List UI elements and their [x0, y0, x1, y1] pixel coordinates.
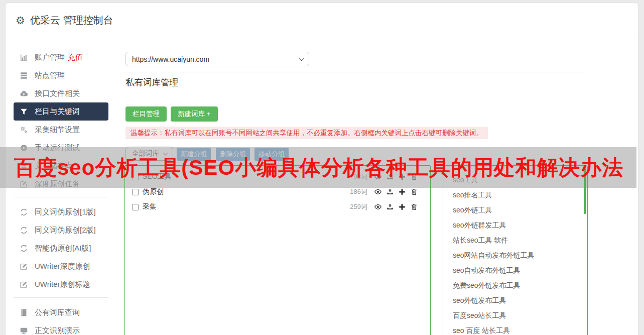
view-icon[interactable]: [374, 203, 382, 211]
bar-chart-icon: [20, 53, 28, 62]
keyword-item[interactable]: 免费seo外链发布工具: [453, 278, 587, 293]
keyword-item[interactable]: 百度seo站长工具: [453, 308, 587, 323]
sidebar-item-uwriter-deep[interactable]: UWriter深度原创: [14, 257, 108, 275]
sidebar-item-public-library[interactable]: 公有词库查询: [14, 303, 108, 321]
keyword-item[interactable]: seo外链群发工具: [453, 217, 587, 233]
cloud-upload-icon: [20, 89, 28, 98]
sidebar-item-columns-keywords[interactable]: 栏目与关键词: [14, 102, 108, 121]
site-list-icon: [20, 71, 28, 80]
sidebar-item-collection-settings[interactable]: 采集细节设置: [14, 121, 108, 139]
sidebar-item-smart-ai[interactable]: 智能伪原创[AI版]: [14, 239, 108, 257]
sidebar-item-interface-files[interactable]: 接口文件相关: [14, 84, 108, 102]
sidebar-item-label: 接口文件相关: [35, 89, 80, 98]
sidebar-item-account[interactable]: 账户管理 充值: [14, 48, 108, 66]
gear-icon: ⚙: [16, 15, 25, 27]
keyword-scrollbar-thumb[interactable]: [584, 167, 586, 214]
sidebar-divider: [14, 297, 108, 298]
table-row[interactable]: 采集 259词: [125, 199, 430, 214]
download-icon[interactable]: [386, 203, 394, 211]
library-name: 采集: [143, 202, 350, 211]
row-checkbox[interactable]: [132, 204, 139, 210]
sidebar-item-label: 账户管理: [35, 53, 65, 62]
sidebar-item-label: 同义词伪原创[2版]: [35, 226, 96, 235]
row-actions: [374, 203, 418, 211]
new-library-button[interactable]: 新建词库 +: [171, 106, 218, 122]
gears-icon: [20, 126, 28, 134]
sidebar-item-uwriter-title[interactable]: UWriter原创标题: [14, 275, 108, 293]
header-divider: [125, 72, 587, 72]
sidebar-item-sites[interactable]: 站点管理: [14, 66, 108, 84]
app-title: 优采云 管理控制台: [30, 14, 113, 27]
sidebar: 账户管理 充值 站点管理 接口文件相关 栏目与关键词 采集细节设置 手动运: [6, 48, 121, 335]
edit-icon: [20, 262, 28, 271]
sidebar-item-label: 同义词伪原创[1版]: [35, 207, 96, 217]
row-actions: [374, 188, 418, 196]
keyword-panel: seo工具 seo排名工具 seo外链工具 seo外链群发工具 站长seo工具 …: [444, 166, 587, 335]
book-icon: [20, 308, 28, 317]
keyword-item[interactable]: seo自动发布外链工具: [453, 263, 587, 278]
keyword-item[interactable]: seo外链工具: [453, 202, 587, 217]
sidebar-item-label: UWriter原创标题: [35, 280, 90, 289]
word-count: 186词: [350, 187, 367, 196]
sidebar-item-synonym-v1[interactable]: 同义词伪原创[1版]: [14, 203, 108, 221]
keyword-item[interactable]: seo网站自动发布外链工具: [453, 248, 587, 263]
column-manage-button[interactable]: 栏目管理: [125, 106, 167, 122]
add-icon[interactable]: [398, 188, 406, 196]
sidebar-item-label: UWriter深度原创: [35, 262, 90, 271]
sidebar-item-label: 公有词库查询: [35, 308, 80, 317]
sidebar-item-label: 采集细节设置: [35, 125, 80, 135]
refresh-icon: [20, 226, 28, 235]
delete-icon[interactable]: [410, 188, 418, 196]
download-icon[interactable]: [386, 188, 394, 196]
keyword-item[interactable]: 站长seo工具 软件: [453, 233, 587, 248]
sidebar-item-label: 智能伪原创[AI版]: [35, 244, 91, 253]
tip-banner: 温馨提示：私有词库可以在同账号不同网站之间共享使用，不必重复添加。右侧框内关键词…: [125, 127, 488, 139]
page: ⚙ 优采云 管理控制台 账户管理 充值 站点管理 接口文件相关 栏目与关键词: [0, 0, 644, 335]
chevron-down-icon: [299, 56, 304, 61]
watermark-band: [0, 147, 636, 188]
sidebar-item-content-recognition[interactable]: 正文识别演示: [14, 321, 108, 335]
edit-icon: [20, 280, 28, 289]
sidebar-divider: [14, 197, 108, 197]
add-icon[interactable]: [398, 203, 406, 211]
view-icon[interactable]: [374, 188, 382, 196]
row-checkbox[interactable]: [132, 189, 139, 195]
keyword-item[interactable]: seo排名工具: [453, 187, 587, 202]
refresh-icon: [20, 244, 28, 253]
sidebar-item-label: 站点管理: [35, 71, 65, 80]
sidebar-item-label: 正文识别演示: [35, 326, 80, 335]
sidebar-item-synonym-v2[interactable]: 同义词伪原创[2版]: [14, 221, 108, 239]
site-url-select[interactable]: https://www.ucaiyun.com: [125, 52, 309, 66]
library-name: 伪原创: [143, 187, 350, 196]
delete-icon[interactable]: [410, 203, 418, 211]
keyword-item[interactable]: seo外链发布工具: [453, 293, 587, 308]
word-count: 259词: [350, 202, 367, 211]
page-title: 私有词库管理: [125, 76, 178, 88]
site-url-value: https://www.ucaiyun.com: [132, 55, 209, 63]
refresh-icon: [20, 208, 28, 216]
monitor-icon: [20, 326, 28, 335]
recharge-badge[interactable]: 充值: [68, 53, 83, 62]
funnel-icon: [20, 107, 28, 116]
sidebar-item-label: 栏目与关键词: [35, 107, 80, 117]
app-header: ⚙ 优采云 管理控制台: [6, 3, 638, 38]
keyword-item[interactable]: seo 百度 站长工具: [453, 323, 587, 335]
